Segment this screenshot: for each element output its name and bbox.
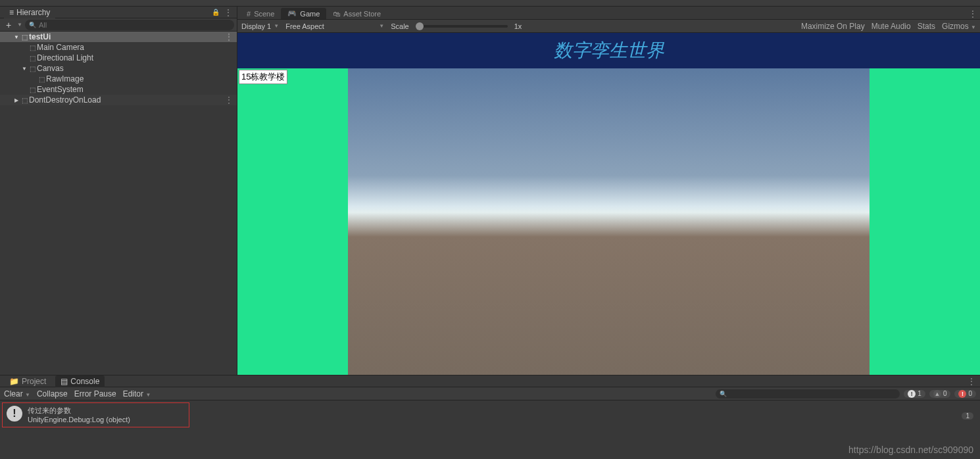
search-icon: 🔍	[720, 391, 727, 397]
console-menu-icon[interactable]: ⋮	[967, 376, 976, 387]
info-count-badge[interactable]: ! 1	[904, 390, 925, 398]
lock-icon[interactable]: 🔒	[212, 9, 220, 16]
chevron-down-icon: ▼	[25, 392, 30, 398]
chevron-down-icon: ▼	[145, 392, 151, 398]
folder-icon: 📁	[9, 377, 19, 386]
gamepad-icon: 🎮	[287, 9, 297, 18]
scale-value: 1x	[514, 22, 522, 30]
game-view[interactable]: 数字孪生世界 15栋教学楼	[237, 33, 980, 375]
cube-icon: ⬚	[28, 65, 37, 72]
log-stack: UnityEngine.Debug:Log (object)	[28, 415, 130, 424]
hierarchy-title: Hierarchy	[16, 8, 50, 17]
display-dropdown[interactable]: Display 1 ▼	[241, 22, 279, 30]
maximize-toggle[interactable]: Maximize On Play	[801, 22, 865, 31]
scene-3d	[348, 68, 870, 375]
error-count-badge[interactable]: ! 0	[954, 390, 976, 398]
scene-name: testUi	[29, 32, 225, 41]
app-topbar	[0, 0, 980, 7]
slider-thumb[interactable]	[416, 22, 424, 30]
tab-project[interactable]: 📁 Project	[4, 375, 51, 387]
unity-icon: ⬚	[20, 34, 29, 41]
hierarchy-tab[interactable]: ≡ Hierarchy	[4, 7, 55, 18]
cube-icon: ⬚	[28, 86, 37, 93]
add-dropdown-icon[interactable]: ▼	[17, 22, 22, 28]
hierarchy-search-input[interactable]	[39, 21, 230, 29]
chevron-down-icon: ▼	[274, 23, 279, 29]
hierarchy-menu-icon[interactable]: ⋮	[224, 7, 233, 18]
game-title-banner: 数字孪生世界	[237, 33, 980, 68]
green-panel-right	[870, 68, 980, 375]
scale-slider[interactable]	[416, 25, 508, 28]
console-icon: ▤	[61, 377, 68, 386]
tab-console[interactable]: ▤ Console	[55, 375, 105, 387]
chevron-down-icon[interactable]: ▼	[21, 66, 28, 72]
hierarchy-icon: ≡	[9, 8, 14, 17]
hierarchy-panel: ≡ Hierarchy 🔒 ⋮ + ▼ 🔍 ▼ ⬚ testUi ⋮ ⬚ Ma	[0, 7, 237, 375]
cube-icon: ⬚	[37, 76, 46, 83]
hierarchy-search[interactable]: 🔍	[25, 20, 234, 30]
info-icon: !	[908, 390, 916, 398]
collapse-toggle[interactable]: Collapse	[37, 389, 68, 399]
search-icon: 🔍	[29, 22, 36, 28]
tab-game[interactable]: 🎮 Game	[281, 8, 326, 19]
editor-dropdown[interactable]: Editor ▼	[123, 389, 151, 399]
error-pause-toggle[interactable]: Error Pause	[74, 389, 116, 399]
bag-icon: 🛍	[333, 10, 340, 18]
chevron-down-icon[interactable]: ▼	[13, 34, 20, 40]
cube-icon: ⬚	[28, 44, 37, 51]
view-menu-icon[interactable]: ⋮	[968, 9, 977, 19]
green-panel-left: 15栋教学楼	[237, 68, 348, 375]
warn-count-badge[interactable]: ▲ 0	[929, 390, 951, 398]
log-message: 传过来的参数	[28, 406, 130, 415]
tree-item[interactable]: ⬚ Directional Light	[0, 53, 237, 63]
tree-item[interactable]: ▶ ⬚ DontDestroyOnLoad ⋮	[0, 95, 237, 105]
info-log-icon: !	[7, 406, 22, 422]
warn-icon: ▲	[933, 390, 941, 398]
add-button[interactable]: +	[3, 20, 14, 30]
game-panel: # Scene 🎮 Game 🛍 Asset Store ⋮ Display 1…	[237, 7, 980, 375]
watermark: https://blog.csdn.net/sc909090	[848, 445, 973, 455]
error-icon: !	[958, 390, 966, 398]
tab-scene[interactable]: # Scene	[240, 9, 281, 19]
row-menu-icon[interactable]: ⋮	[225, 95, 233, 105]
hierarchy-tree: ▼ ⬚ testUi ⋮ ⬚ Main Camera ⬚ Directional…	[0, 32, 237, 375]
chevron-down-icon: ▼	[971, 24, 976, 30]
tab-asset-store[interactable]: 🛍 Asset Store	[326, 9, 387, 19]
clear-button[interactable]: Clear ▼	[4, 389, 30, 399]
scene-row[interactable]: ▼ ⬚ testUi ⋮	[0, 32, 237, 42]
tree-item[interactable]: ⬚ RawImage	[0, 74, 237, 84]
cube-icon: ⬚	[28, 55, 37, 62]
unity-icon: ⬚	[20, 97, 29, 104]
tree-item[interactable]: ⬚ Main Camera	[0, 42, 237, 53]
tree-item[interactable]: ▼ ⬚ Canvas	[0, 63, 237, 74]
console-search[interactable]: 🔍	[716, 389, 900, 399]
scene-icon: #	[247, 10, 251, 18]
stats-toggle[interactable]: Stats	[918, 22, 935, 31]
mute-audio-toggle[interactable]: Mute Audio	[871, 22, 911, 31]
aspect-dropdown[interactable]: Free Aspect ▼	[285, 22, 384, 30]
tree-item[interactable]: ⬚ EventSystem	[0, 84, 237, 95]
console-panel: 📁 Project ▤ Console ⋮ Clear ▼ Collapse E…	[0, 375, 980, 459]
scale-label: Scale	[391, 22, 409, 30]
chevron-right-icon[interactable]: ▶	[13, 97, 20, 103]
log-count-badge: 1	[962, 412, 973, 420]
console-log-entry[interactable]: ! 传过来的参数 UnityEngine.Debug:Log (object)	[2, 402, 189, 427]
chevron-down-icon: ▼	[379, 23, 384, 29]
gizmos-dropdown[interactable]: Gizmos ▼	[942, 22, 976, 31]
row-menu-icon[interactable]: ⋮	[225, 32, 233, 41]
building-tag[interactable]: 15栋教学楼	[239, 70, 287, 84]
